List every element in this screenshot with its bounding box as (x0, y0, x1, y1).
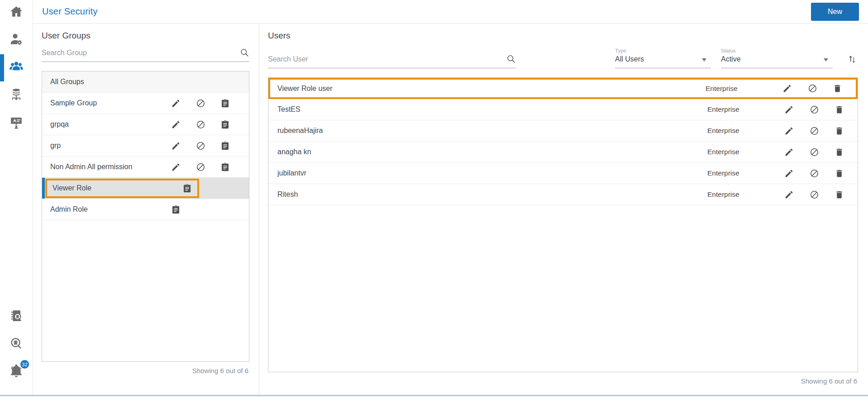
group-row[interactable]: Viewer Role (42, 178, 249, 199)
user-name: jubilantvr (277, 169, 707, 177)
copy-group-icon[interactable] (220, 120, 230, 129)
users-panel: Users Type All Users Status Active (259, 24, 868, 395)
group-row-actions (171, 99, 230, 108)
group-row[interactable]: Sample Group (42, 93, 249, 114)
sidebar-item-presentation[interactable] (0, 112, 33, 134)
copy-group-icon[interactable] (171, 205, 181, 214)
chevron-down-icon (702, 58, 706, 62)
notification-badge: 32 (19, 359, 30, 370)
group-row-actions (182, 184, 192, 193)
edit-user-icon[interactable] (782, 84, 792, 93)
user-search-input[interactable] (268, 55, 506, 63)
user-row[interactable]: rubeenaHajiraEnterprise (268, 120, 858, 142)
presentation-user-icon (10, 115, 23, 131)
disable-user-icon[interactable] (808, 84, 817, 93)
sidebar: 32 (0, 0, 33, 395)
page-title: User Security (42, 6, 98, 17)
copy-group-icon[interactable] (220, 141, 230, 151)
status-filter-value: Active (721, 55, 833, 68)
user-type: Enterprise (707, 105, 784, 114)
group-row-actions (171, 162, 230, 172)
delete-user-icon[interactable] (835, 169, 844, 178)
edit-group-icon[interactable] (171, 120, 181, 129)
group-name: Non Admin All permission (50, 163, 132, 171)
top-bar: User Security New (33, 0, 868, 24)
group-name: All Groups (50, 78, 84, 86)
app-window: 32 User Security New User Groups All Gro… (0, 0, 868, 398)
edit-user-icon[interactable] (784, 126, 794, 136)
copy-group-icon[interactable] (182, 184, 192, 193)
edit-group-icon[interactable] (171, 141, 181, 151)
status-filter-select[interactable]: Status Active (721, 48, 833, 68)
user-name: Ritesh (277, 190, 707, 199)
user-name: rubeenaHajira (277, 127, 707, 135)
group-row-actions (171, 205, 230, 214)
group-row[interactable]: Admin Role (42, 199, 249, 220)
sidebar-item-database[interactable] (0, 85, 33, 106)
users-group-icon (10, 60, 23, 76)
type-filter-label: Type (615, 48, 711, 53)
edit-user-icon[interactable] (784, 190, 794, 199)
groups-count-footer: Showing 6 out of 6 (42, 362, 249, 379)
user-name: anagha kn (277, 148, 707, 156)
sidebar-item-user-groups[interactable] (0, 57, 33, 79)
group-list: All GroupsSample GroupgrpqagrpNon Admin … (42, 71, 249, 362)
edit-group-icon[interactable] (171, 99, 181, 108)
user-row-actions (784, 169, 844, 178)
group-name: grp (50, 142, 61, 150)
group-row[interactable]: Non Admin All permission (42, 156, 249, 178)
edit-user-icon[interactable] (784, 147, 794, 157)
group-row-actions (171, 120, 230, 129)
group-row[interactable]: grpqa (42, 114, 249, 135)
delete-user-icon[interactable] (835, 126, 844, 136)
user-row-actions (784, 190, 844, 199)
sidebar-item-data-search[interactable] (0, 333, 33, 355)
edit-group-icon[interactable] (171, 162, 181, 172)
group-search-field[interactable] (42, 48, 249, 62)
user-row[interactable]: anagha knEnterprise (268, 142, 858, 163)
user-row[interactable]: Viewer Role userEnterprise (268, 78, 858, 99)
edit-user-icon[interactable] (784, 105, 794, 114)
group-row[interactable]: All Groups (42, 71, 249, 93)
disable-user-icon[interactable] (810, 147, 819, 157)
user-row-actions (784, 105, 844, 114)
user-search-field[interactable] (268, 54, 516, 68)
delete-user-icon[interactable] (835, 147, 844, 157)
disable-user-icon[interactable] (810, 126, 819, 136)
user-row[interactable]: TestESEnterprise (268, 99, 858, 120)
disable-user-icon[interactable] (810, 169, 819, 178)
user-row[interactable]: RiteshEnterprise (268, 184, 858, 205)
group-row[interactable]: grp (42, 135, 249, 156)
delete-user-icon[interactable] (833, 84, 842, 93)
user-row[interactable]: jubilantvrEnterprise (268, 163, 858, 184)
selected-group-highlight: Viewer Role (45, 179, 199, 198)
delete-user-icon[interactable] (835, 105, 844, 114)
edit-user-icon[interactable] (784, 169, 794, 178)
copy-group-icon[interactable] (220, 99, 230, 108)
sidebar-item-home[interactable] (0, 2, 33, 24)
user-groups-panel: User Groups All GroupsSample Groupgrpqag… (33, 24, 259, 395)
group-name: Admin Role (50, 205, 88, 213)
user-row-actions (782, 84, 842, 93)
group-row-actions (171, 141, 230, 151)
group-name: Viewer Role (52, 184, 91, 192)
sidebar-item-user-settings[interactable] (0, 29, 33, 51)
delete-user-icon[interactable] (835, 190, 844, 199)
new-button[interactable]: New (811, 3, 859, 21)
user-type: Enterprise (707, 148, 784, 156)
disable-group-icon[interactable] (196, 99, 205, 108)
users-count-footer: Showing 6 out of 6 (268, 372, 858, 390)
disable-group-icon[interactable] (196, 120, 205, 129)
sidebar-item-notifications[interactable]: 32 (0, 361, 33, 383)
user-row-actions (784, 147, 844, 157)
disable-group-icon[interactable] (196, 162, 205, 172)
sidebar-item-doc-search[interactable] (0, 306, 33, 327)
copy-group-icon[interactable] (220, 162, 230, 172)
bottom-divider (0, 395, 868, 398)
disable-group-icon[interactable] (196, 141, 205, 151)
sort-button[interactable] (846, 54, 858, 66)
type-filter-select[interactable]: Type All Users (615, 48, 711, 68)
disable-user-icon[interactable] (810, 190, 819, 199)
group-search-input[interactable] (42, 49, 240, 57)
disable-user-icon[interactable] (810, 105, 819, 114)
